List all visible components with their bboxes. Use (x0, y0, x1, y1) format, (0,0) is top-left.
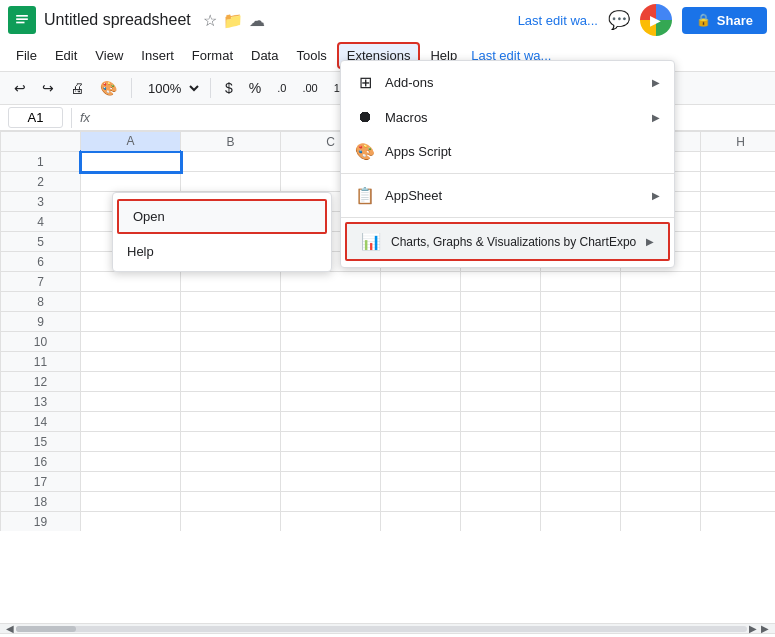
cell-F14[interactable] (541, 412, 621, 432)
cell-F16[interactable] (541, 452, 621, 472)
scroll-right-arrow[interactable]: ▶ (747, 623, 759, 634)
scroll-thumb[interactable] (16, 626, 76, 632)
meet-button[interactable]: ▶ (640, 4, 672, 36)
cell-H17[interactable] (701, 472, 776, 492)
cell-B7[interactable] (181, 272, 281, 292)
cell-G8[interactable] (621, 292, 701, 312)
menu-file[interactable]: File (8, 44, 45, 67)
cell-H11[interactable] (701, 352, 776, 372)
cell-E12[interactable] (461, 372, 541, 392)
menu-tools[interactable]: Tools (288, 44, 334, 67)
cell-B16[interactable] (181, 452, 281, 472)
cell-G18[interactable] (621, 492, 701, 512)
cell-E7[interactable] (461, 272, 541, 292)
cell-F19[interactable] (541, 512, 621, 532)
cell-A14[interactable] (81, 412, 181, 432)
menu-format[interactable]: Format (184, 44, 241, 67)
undo-button[interactable]: ↩ (8, 76, 32, 100)
cell-C12[interactable] (281, 372, 381, 392)
cell-C7[interactable] (281, 272, 381, 292)
cell-G15[interactable] (621, 432, 701, 452)
cell-D12[interactable] (381, 372, 461, 392)
charts-item[interactable]: 📊 Charts, Graphs & Visualizations by Cha… (345, 222, 670, 261)
cell-H16[interactable] (701, 452, 776, 472)
cell-C17[interactable] (281, 472, 381, 492)
cell-A1[interactable] (81, 152, 181, 172)
cell-H19[interactable] (701, 512, 776, 532)
h-scroll[interactable]: ◀ ▶ ▶ (0, 623, 775, 633)
paint-format-button[interactable]: 🎨 (94, 76, 123, 100)
cell-A8[interactable] (81, 292, 181, 312)
cell-E15[interactable] (461, 432, 541, 452)
last-edit-label[interactable]: Last edit wa... (518, 13, 598, 28)
cell-H2[interactable] (701, 172, 776, 192)
cell-H4[interactable] (701, 212, 776, 232)
cell-E16[interactable] (461, 452, 541, 472)
cell-H1[interactable] (701, 152, 776, 172)
decimal-less-button[interactable]: .0 (271, 78, 292, 98)
cell-E18[interactable] (461, 492, 541, 512)
cell-D10[interactable] (381, 332, 461, 352)
cell-G17[interactable] (621, 472, 701, 492)
cell-E9[interactable] (461, 312, 541, 332)
cell-B13[interactable] (181, 392, 281, 412)
cell-C19[interactable] (281, 512, 381, 532)
cell-G14[interactable] (621, 412, 701, 432)
cell-D14[interactable] (381, 412, 461, 432)
cell-ref-input[interactable] (8, 107, 63, 128)
cell-G9[interactable] (621, 312, 701, 332)
cell-H9[interactable] (701, 312, 776, 332)
cell-C9[interactable] (281, 312, 381, 332)
cell-A15[interactable] (81, 432, 181, 452)
cell-A16[interactable] (81, 452, 181, 472)
cell-F7[interactable] (541, 272, 621, 292)
cell-B18[interactable] (181, 492, 281, 512)
cell-E17[interactable] (461, 472, 541, 492)
cell-H18[interactable] (701, 492, 776, 512)
cell-B8[interactable] (181, 292, 281, 312)
star-icon[interactable]: ☆ (203, 11, 217, 30)
cell-A18[interactable] (81, 492, 181, 512)
cell-G10[interactable] (621, 332, 701, 352)
cell-G7[interactable] (621, 272, 701, 292)
cell-C11[interactable] (281, 352, 381, 372)
open-item[interactable]: Open (117, 199, 327, 234)
cell-D15[interactable] (381, 432, 461, 452)
cell-A11[interactable] (81, 352, 181, 372)
drive-icon[interactable]: 📁 (223, 11, 243, 30)
macros-item[interactable]: ⏺ Macros ▶ (341, 100, 674, 134)
cell-B19[interactable] (181, 512, 281, 532)
cell-E8[interactable] (461, 292, 541, 312)
cell-C13[interactable] (281, 392, 381, 412)
cloud-icon[interactable]: ☁ (249, 11, 265, 30)
cell-D18[interactable] (381, 492, 461, 512)
cell-D17[interactable] (381, 472, 461, 492)
scroll-right-arrow-2[interactable]: ▶ (759, 623, 771, 634)
cell-D13[interactable] (381, 392, 461, 412)
cell-A13[interactable] (81, 392, 181, 412)
cell-A10[interactable] (81, 332, 181, 352)
cell-B11[interactable] (181, 352, 281, 372)
cell-A17[interactable] (81, 472, 181, 492)
cell-C15[interactable] (281, 432, 381, 452)
share-button[interactable]: 🔒 Share (682, 7, 767, 34)
apps-script-item[interactable]: 🎨 Apps Script (341, 134, 674, 169)
cell-A7[interactable] (81, 272, 181, 292)
cell-H5[interactable] (701, 232, 776, 252)
cell-F17[interactable] (541, 472, 621, 492)
cell-E14[interactable] (461, 412, 541, 432)
zoom-select[interactable]: 100% 75% 150% (140, 78, 202, 99)
cell-H13[interactable] (701, 392, 776, 412)
menu-view[interactable]: View (87, 44, 131, 67)
cell-C10[interactable] (281, 332, 381, 352)
cell-H15[interactable] (701, 432, 776, 452)
cell-H10[interactable] (701, 332, 776, 352)
cell-A9[interactable] (81, 312, 181, 332)
cell-F11[interactable] (541, 352, 621, 372)
help-item[interactable]: Help (113, 236, 331, 267)
scroll-left-arrow[interactable]: ◀ (4, 623, 16, 634)
cell-B12[interactable] (181, 372, 281, 392)
col-header-h[interactable]: H (701, 132, 776, 152)
cell-D9[interactable] (381, 312, 461, 332)
cell-H7[interactable] (701, 272, 776, 292)
